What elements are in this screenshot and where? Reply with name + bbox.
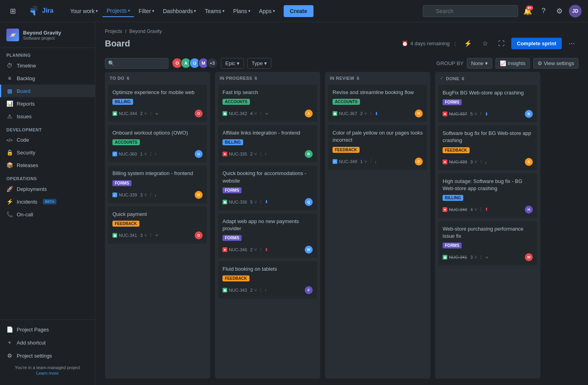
card-assignee-avatar[interactable]: W — [525, 253, 533, 261]
header-separator: | — [455, 40, 456, 46]
create-button[interactable]: Create — [284, 5, 314, 17]
card-assignee-avatar[interactable]: F — [305, 286, 313, 294]
card-meta-icons: 2 ⑂ ⋮ ⬆ — [250, 247, 268, 252]
card-NUC-346[interactable]: Adapt web app no new payments provider F… — [218, 214, 317, 258]
card-NUC-367[interactable]: Revise and streamline booking flow ACCOU… — [328, 85, 427, 122]
sidebar-item-project-pages[interactable]: 📄 Project Pages — [0, 323, 95, 336]
operations-section-label: OPERATIONS — [0, 171, 95, 183]
more-options-button[interactable]: ⋯ — [565, 37, 578, 50]
main-nav: Your work ▾ Projects ▾ Filter ▾ Dashboar… — [66, 5, 279, 17]
sidebar-item-issues[interactable]: ⚠ Issues — [0, 110, 95, 123]
sidebar-item-code[interactable]: </> Code — [0, 134, 95, 146]
sidebar-item-add-shortcut[interactable]: ＋ Add shortcut — [0, 336, 95, 349]
sidebar-item-project-settings[interactable]: ⚙ Project settings — [0, 349, 95, 362]
fullscreen-button[interactable]: ⛶ — [495, 38, 508, 50]
card-assignee-avatar[interactable]: Q — [305, 198, 313, 206]
project-settings-icon: ⚙ — [6, 352, 13, 359]
jira-logo[interactable]: Jira — [24, 0, 60, 22]
sidebar-item-releases[interactable]: 📦 Releases — [0, 159, 95, 171]
card-NUC-343[interactable]: Fluid booking on tablets FEEDBACK ▣ NUC-… — [218, 261, 317, 298]
sidebar-item-board[interactable]: ▦ Board — [0, 85, 95, 97]
card-NUC-339[interactable]: Billing system integration - frontend FO… — [108, 166, 207, 203]
card-assignee-avatar[interactable]: O — [195, 110, 203, 117]
grid-icon[interactable]: ⊞ — [6, 5, 19, 17]
card-assignee-avatar[interactable]: A — [305, 110, 313, 117]
nav-right: 🔍 🔔 9+ ? ⚙ JD — [423, 5, 582, 17]
help-button[interactable]: ? — [537, 5, 550, 17]
card-assignee-avatar[interactable]: H — [525, 206, 533, 214]
avatar-count[interactable]: +3 — [207, 58, 218, 69]
insights-button[interactable]: 📈 Insights — [495, 58, 530, 69]
card-NUC-342[interactable]: Fast trip search ACCOUNTS ▣ NUC-342 4 ⑂ … — [218, 85, 317, 122]
notifications-button[interactable]: 🔔 9+ — [521, 5, 534, 17]
settings-button[interactable]: ⚙ — [553, 5, 566, 17]
card-title: Onboard workout options (OWO) — [112, 129, 203, 137]
card-assignee-avatar[interactable]: B — [305, 150, 313, 158]
nav-your-work[interactable]: Your work ▾ — [66, 6, 102, 17]
card-NUC-337[interactable]: BugFix BG Web-store app crashing FORMS ●… — [438, 85, 537, 122]
card-NUC-341[interactable]: Quick payment FEEDBACK ▣ NUC-341 3 ⑂ ⋮ ＝… — [108, 206, 207, 244]
lightning-button[interactable]: ⚡ — [460, 37, 476, 50]
card-NUC-349[interactable]: Color of pale yellow on our pages looks … — [328, 125, 427, 169]
board-search-input[interactable] — [105, 58, 168, 69]
story-points: 2 — [250, 152, 253, 156]
sidebar-item-backlog[interactable]: ≡ Backlog — [0, 72, 95, 85]
card-assignee-avatar[interactable]: R — [415, 110, 423, 117]
sidebar-project: 🪐 Beyond Gravity Software project — [0, 22, 95, 48]
card-meta: ● NUC-346 2 ⑂ ⋮ ⬆ W — [222, 246, 313, 254]
nav-plans[interactable]: Plans ▾ — [229, 6, 254, 17]
card-id: NUC-344 — [119, 111, 137, 116]
card-assignee-avatar[interactable]: M — [195, 191, 203, 199]
link-icon: ⋮ — [149, 233, 153, 238]
complete-sprint-button[interactable]: Complete sprint — [511, 38, 562, 49]
card-assignee-avatar[interactable]: O — [195, 231, 203, 239]
star-button[interactable]: ☆ — [479, 37, 491, 50]
security-label: Security — [17, 150, 35, 156]
backlog-label: Backlog — [17, 75, 35, 81]
sidebar-item-reports[interactable]: 📊 Reports — [0, 97, 95, 110]
card-assignee-avatar[interactable]: C — [415, 158, 423, 166]
breadcrumb-projects[interactable]: Projects — [105, 29, 122, 34]
card-assignee-avatar[interactable]: B — [525, 110, 533, 118]
card-NUC-340[interactable]: High outage: Software bug fix - BG Web-s… — [438, 173, 537, 218]
learn-more-link[interactable]: Learn more — [0, 371, 95, 379]
card-label: FORMS — [443, 99, 462, 105]
user-avatar[interactable]: JD — [569, 5, 582, 17]
branch-icon: ⑂ — [474, 207, 477, 212]
nav-teams[interactable]: Teams ▾ — [201, 6, 228, 17]
sidebar-item-timeline[interactable]: ⏱ Timeline — [0, 59, 95, 72]
view-settings-button[interactable]: ⚙ View settings — [533, 58, 578, 69]
group-by-none-button[interactable]: None ▾ — [467, 58, 492, 69]
card-NUC-341[interactable]: Web-store purchasing performance issue f… — [438, 221, 537, 266]
card-title: Fast trip search — [222, 89, 313, 96]
nav-apps[interactable]: Apps ▾ — [255, 6, 279, 17]
sidebar-item-deployments[interactable]: 🚀 Deployments — [0, 183, 95, 195]
card-assignee-avatar[interactable]: S — [525, 158, 533, 166]
board-search-wrapper: 🔍 — [105, 58, 168, 69]
card-NUC-335[interactable]: Affiliate links integration - frontend B… — [218, 125, 317, 162]
epic-filter-button[interactable]: Epic ▾ — [221, 58, 244, 69]
card-NUC-339[interactable]: Software bug fix for BG Web-store app cr… — [438, 125, 537, 170]
project-settings-label: Project settings — [17, 353, 52, 359]
card-NUC-344[interactable]: Optimize experience for mobile web BILLI… — [108, 85, 207, 122]
sidebar-item-incidents[interactable]: ⚡ Incidents BETA — [0, 195, 95, 208]
sidebar-item-oncall[interactable]: 📞 On-call — [0, 208, 95, 221]
type-filter-button[interactable]: Type ▾ — [247, 58, 271, 69]
breadcrumb-project-name[interactable]: Beyond Gravity — [129, 29, 162, 34]
deployments-icon: 🚀 — [6, 186, 13, 192]
card-assignee-avatar[interactable]: U — [195, 150, 203, 158]
nav-filter[interactable]: Filter ▾ — [135, 6, 158, 17]
card-NUC-336[interactable]: Quick booking for accommodations - websi… — [218, 166, 317, 210]
card-id: NUC-360 — [119, 152, 137, 156]
card-NUC-360[interactable]: Onboard workout options (OWO) ACCOUNTS ✓… — [108, 125, 207, 162]
project-type: Software project — [23, 36, 61, 40]
card-title: Adapt web app no new payments provider — [222, 218, 313, 232]
search-input[interactable] — [423, 5, 518, 17]
link-icon: ⋮ — [259, 111, 263, 116]
card-assignee-avatar[interactable]: W — [305, 246, 313, 254]
nav-dashboards[interactable]: Dashboards ▾ — [159, 6, 200, 17]
sidebar-item-security[interactable]: 🔒 Security — [0, 146, 95, 159]
card-label: FEEDBACK — [112, 221, 139, 227]
nav-projects[interactable]: Projects ▾ — [103, 5, 134, 17]
story-points: 2 — [250, 247, 253, 252]
